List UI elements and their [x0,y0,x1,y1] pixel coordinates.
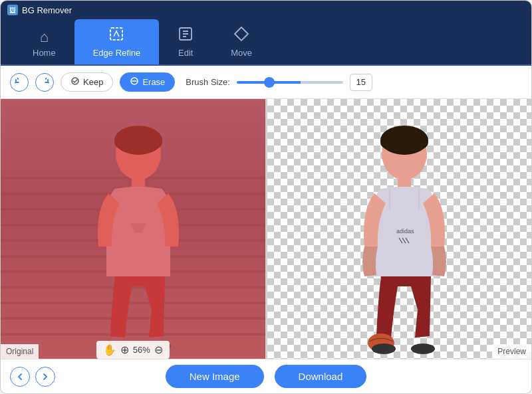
prev-arrow-button[interactable] [10,367,30,387]
original-label: Original [1,344,39,359]
redo-button[interactable] [35,73,54,92]
undo-button[interactable] [10,73,29,92]
toolbar: Keep Erase Brush Size: [1,66,531,99]
zoom-level: 56% [133,345,150,355]
next-arrow-button[interactable] [35,367,55,387]
nav-move-label: Move [231,48,252,58]
svg-rect-0 [110,28,122,40]
new-image-button[interactable]: New Image [166,365,264,388]
preview-panel: adidas Previe [267,99,532,359]
preview-label: Preview [492,344,531,359]
keep-label: Keep [83,77,103,87]
move-icon [233,26,249,45]
title-bar: 🖼 BG Remover [1,1,531,19]
red-mask-overlay [1,99,265,359]
keep-button[interactable]: Keep [61,72,113,92]
home-icon: ⌂ [40,30,49,45]
nav-edit[interactable]: Edit [159,19,212,64]
svg-text:adidas: adidas [396,228,414,235]
nav-edge-refine[interactable]: Edge Refine [74,19,160,64]
nav-bar: ⌂ Home Edge Refine Edit [1,19,531,66]
edit-icon [178,26,194,45]
app-title: BG Remover [22,5,72,15]
preview-person: adidas [331,117,477,359]
brush-size-slider[interactable] [237,81,343,84]
navigation-arrows [10,367,55,387]
erase-button[interactable]: Erase [120,72,175,92]
zoom-controls: ✋ ⊕ 56% ⊖ [96,341,170,359]
app-icon: 🖼 [7,5,18,15]
nav-home-label: Home [33,48,56,58]
erase-label: Erase [142,77,165,87]
nav-home[interactable]: ⌂ Home [14,23,74,64]
nav-edge-refine-label: Edge Refine [93,48,141,58]
zoom-in-icon[interactable]: ⊕ [120,344,129,356]
brush-size-input[interactable] [350,74,372,91]
svg-point-18 [411,344,435,354]
bottom-bar: New Image Download [1,359,531,393]
canvas-area: Original ✋ ⊕ 56% ⊖ [1,99,531,359]
nav-move[interactable]: Move [212,19,271,64]
edge-refine-icon [108,26,124,45]
hand-cursor-icon[interactable]: ✋ [103,344,116,356]
svg-rect-13 [380,136,428,149]
brush-size-label: Brush Size: [186,77,229,87]
download-button[interactable]: Download [275,365,367,388]
erase-icon [130,76,139,88]
original-panel: Original ✋ ⊕ 56% ⊖ [1,99,265,359]
nav-edit-label: Edit [178,48,193,58]
keep-icon [70,76,80,88]
svg-point-17 [372,344,396,354]
zoom-out-icon[interactable]: ⊖ [154,344,163,356]
